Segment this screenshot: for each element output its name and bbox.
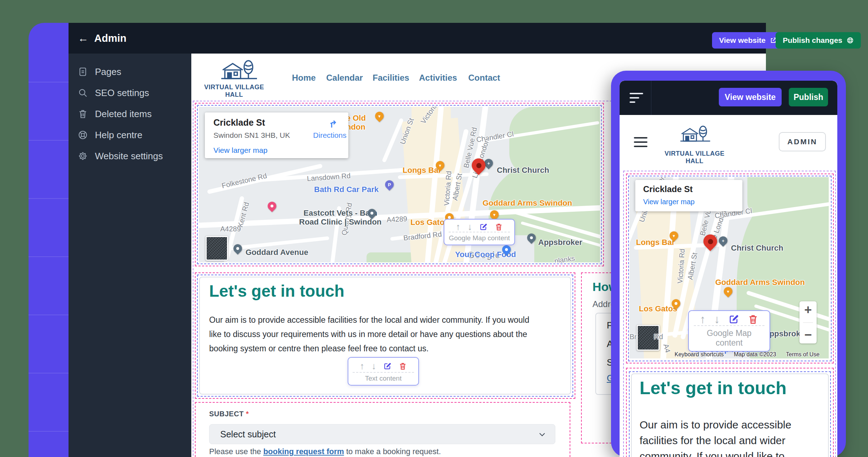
map-pin (670, 297, 682, 310)
map-pin: ▾ (722, 285, 734, 297)
purple-accent-strip (29, 23, 69, 457)
map-content-control: ↑ ↓ Google Map content (444, 219, 515, 245)
google-map-embed[interactable]: Cricklade St View larger map + − Keyboar… (630, 177, 829, 358)
map-label: Br (630, 333, 637, 341)
site-logo-icon (218, 58, 261, 83)
map-pin (701, 232, 720, 251)
mobile-preview-frame: View website Publish VIRTUAL VILLAGE HAL… (611, 71, 846, 457)
edit-icon[interactable] (479, 223, 488, 231)
zoom-out-button[interactable]: − (804, 328, 812, 341)
map-pin: ▾ (373, 110, 385, 122)
map-content-control: ↑ ↓ Google Map content (688, 310, 770, 352)
move-down-icon[interactable]: ↓ (714, 313, 720, 325)
move-up-icon[interactable]: ↑ (360, 361, 364, 371)
booking-helper-text: Please use the booking request form to m… (209, 447, 441, 456)
chevron-down-icon (538, 430, 546, 439)
sidebar-item-seo-settings[interactable]: SEO settings (69, 82, 191, 103)
terms-of-use-link[interactable]: Terms of Use (786, 351, 819, 358)
map-pin (469, 156, 488, 175)
mobile-preview-screen: View website Publish VIRTUAL VILLAGE HAL… (620, 81, 837, 457)
map-pin: ▾ (434, 159, 446, 171)
zoom-in-button[interactable]: + (804, 303, 812, 316)
gear-icon (78, 151, 88, 161)
map-card-title: Cricklade St (643, 184, 693, 194)
mobile-publish-button[interactable]: Publish (789, 88, 828, 106)
delete-icon[interactable] (748, 314, 758, 325)
mobile-admin-topbar: View website Publish (620, 81, 837, 115)
map-pin (500, 243, 513, 256)
subject-select-value: Select subject (220, 429, 276, 440)
move-down-icon[interactable]: ↓ (468, 222, 472, 231)
map-pin (525, 232, 538, 244)
nav-calendar[interactable]: Calendar (326, 73, 363, 83)
map-label: Bath Rd Car Park (314, 185, 379, 194)
map-label: A4289 (386, 215, 407, 224)
required-asterisk: * (246, 410, 249, 418)
admin-topbar: ← Admin (69, 23, 766, 54)
subject-label: SUBJECT * (209, 410, 249, 418)
nav-facilities[interactable]: Facilities (373, 73, 409, 83)
street-view-thumbnail[interactable] (206, 236, 228, 261)
nav-contact[interactable]: Contact (468, 73, 500, 83)
site-logo-title[interactable]: VIRTUAL VILLAGE HALL (659, 150, 730, 165)
map-pin: P (383, 179, 395, 191)
map-label: Goddard Arms Swindon (483, 199, 572, 207)
google-map-embed[interactable]: Cricklade St Swindon SN1 3HB, UK View la… (199, 107, 600, 262)
view-website-button[interactable]: View website (712, 32, 784, 49)
map-pin (266, 200, 278, 212)
mobile-admin-button[interactable]: ADMIN (779, 132, 826, 151)
globe-icon (847, 37, 854, 44)
view-larger-map-link[interactable]: View larger map (643, 198, 695, 206)
nav-activities[interactable]: Activities (419, 73, 457, 83)
view-larger-map-link[interactable]: View larger map (213, 146, 267, 155)
search-icon (78, 88, 88, 98)
subject-select[interactable]: Select subject (209, 424, 555, 444)
keyboard-shortcuts-link[interactable]: Keyboard shortcuts (675, 351, 724, 358)
site-logo-title[interactable]: VIRTUAL VILLAGE HALL (196, 84, 273, 99)
map-content-label: Google Map content (694, 325, 765, 351)
sidebar-item-deleted-items[interactable]: Deleted items (69, 104, 191, 124)
publish-changes-button[interactable]: Publish changes (776, 32, 861, 49)
life-ring-icon (78, 130, 88, 140)
text-content-control: ↑ ↓ Text content (348, 357, 419, 386)
map-zoom-control: + − (799, 301, 817, 343)
back-arrow-icon[interactable]: ← (78, 33, 89, 44)
admin-sidebar: Pages SEO settings Deleted items Help ce… (69, 54, 191, 457)
sidebar-item-website-settings[interactable]: Website settings (69, 146, 191, 166)
sidebar-item-help-centre[interactable]: Help centre (69, 125, 191, 145)
map-pin: ▾ (668, 230, 680, 242)
map-label: Goddard Arms Swindon (715, 278, 805, 287)
map-pin (232, 242, 244, 255)
directions-link[interactable]: Directions (312, 131, 348, 140)
directions-icon[interactable] (328, 118, 338, 129)
edit-icon[interactable] (383, 362, 392, 370)
nav-home[interactable]: Home (292, 73, 316, 83)
map-label: Appsbroker (538, 238, 582, 247)
mobile-view-website-button[interactable]: View website (719, 88, 782, 106)
contact-body: Our aim is to provide accessible facilit… (640, 417, 791, 457)
move-up-icon[interactable]: ↑ (700, 313, 706, 325)
map-label: Folkestone Rd (221, 172, 268, 190)
map-card-address: Swindon SN1 3HB, UK (213, 131, 290, 140)
edit-icon[interactable] (728, 314, 739, 325)
map-data-attribution: Map data ©2023 (734, 351, 776, 358)
delete-icon[interactable] (495, 223, 503, 231)
booking-request-form-link[interactable]: booking request form (263, 447, 344, 456)
document-icon (78, 67, 88, 77)
sidebar-item-pages[interactable]: Pages (69, 61, 191, 82)
map-pin: + (717, 235, 729, 247)
map-label: A4289 (220, 225, 241, 233)
contact-body: Our aim is to provide accessible facilit… (209, 313, 529, 356)
map-label: Goddard Avenue (246, 248, 308, 257)
map-label: Lansdown Rd (307, 172, 351, 183)
map-label: Christ Church (497, 166, 549, 175)
contact-heading: Let's get in touch (209, 281, 344, 301)
map-label: Los Gatos (410, 218, 449, 227)
map-info-card: Cricklade St Swindon SN1 3HB, UK View la… (205, 112, 348, 158)
move-up-icon[interactable]: ↑ (456, 222, 460, 231)
contact-heading: Let's get in touch (640, 378, 787, 398)
delete-icon[interactable] (399, 362, 407, 370)
screenshot-stage: ← Admin View website Publish changes Pag… (0, 0, 868, 457)
text-content-label: Text content (353, 372, 414, 385)
move-down-icon[interactable]: ↓ (372, 361, 376, 371)
